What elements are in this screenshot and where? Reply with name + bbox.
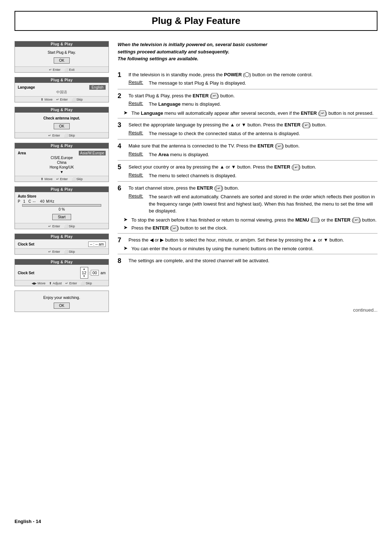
step-7-note-1-arrow: ➤ [123,245,129,252]
screen-5-title: Plug & Play [15,187,109,192]
screen-7-min: 00 [91,270,99,276]
screen-4-area-list: CIS/E.Europe China Hong Kong/UK ▼ [18,155,106,174]
step-3-row: 3 Select the appropriate language by pre… [118,121,377,129]
screen-3-footer: ↵ Enter ⬜ Skip [15,132,109,138]
screen-7-up-arrow: ▲ [83,268,86,271]
step-7-number: 7 [118,236,125,244]
step-2-text: To start Plug & Play, press the ENTER (↵… [128,92,377,100]
screen-7-clock-value-wrap: ▲ 12 ▼ : 00 am [80,267,106,279]
step-6-result: Result: The search will end automaticall… [128,193,377,215]
step-2-result: Result: The Language menu is displayed. [128,101,377,108]
continued-text-wrap: continued... [118,296,377,313]
screen-2-footer-move: ⬆ Move [41,98,53,101]
step-5-text: Select your country or area by pressing … [128,163,377,171]
enter-icon-2b: ↵ [320,110,326,116]
screen-4-footer-move: ⬆ Move [41,177,53,181]
enter-icon-3: ↵ [303,122,309,128]
step-5-result-label: Result: [128,172,149,179]
step-5-number: 5 [118,163,125,171]
screen-6-clock-value: -- : -- am [88,242,106,247]
screen-2-body: Language English 中国语 [15,83,109,96]
step-8: 8 The settings are complete, and the sto… [118,254,377,267]
screen-5-footer-skip: ⬜ Skip [64,224,75,228]
screen-4-footer: ⬆ Move ↵ Enter ⬜ Skip [15,176,109,182]
step-4: 4 Make sure that the antenna is connecte… [118,139,377,160]
screen-5-start-wrap: Start [18,212,106,222]
screen-6: Plug & Play Clock Set -- : -- am ↵ Enter… [15,234,109,255]
step-7-note-1: ➤ You can enter the hours or minutes by … [123,245,377,252]
intro-line1: When the television is initially powered… [118,42,268,61]
step-4-result-text: The Area menu is displayed. [149,151,209,158]
screen-4-area-opt2: China [18,160,106,165]
screen-2-footer-enter: ↵ Enter [56,98,68,101]
screen-6-footer-skip: ⬜ Skip [64,250,75,254]
step-2-number: 2 [118,92,125,100]
screen-7-colon: : [89,271,90,275]
step-8-number: 8 [118,257,125,265]
step-7-note-1-text: You can enter the hours or minutes by us… [131,245,314,252]
enter-icon-6c: ↵ [172,226,177,231]
page-title: Plug & Play Feature [152,15,240,26]
step-3-result-label: Result: [128,130,149,137]
screen-6-footer: ↵ Enter ⬜ Skip [15,248,109,254]
screen-7-footer-adjust: ⬆ Adjust [49,281,62,285]
step-4-result: Result: The Area menu is displayed. [128,151,377,158]
step-1-result: Result: The message to start Plug & Play… [128,80,377,87]
step-6-note-2-text: Press the ENTER (↵) button to set the cl… [131,224,228,232]
menu-icon: ⬜ [312,218,318,223]
screen-5-start-btn: Start [52,214,71,220]
step-2-row: 2 To start Plug & Play, press the ENTER … [118,92,377,100]
screen-7-ampm: am [101,271,106,275]
screen-2-title: Plug & Play [15,77,109,83]
screen-2-lang-label: Language [18,85,35,89]
right-column: When the television is initially powered… [118,41,377,313]
power-icon [245,72,249,77]
page-title-box: Plug & Play Feature [15,11,377,31]
step-4-number: 4 [118,142,125,150]
screen-2-lang-row: Language English [18,85,106,90]
screen-7-clock-label: Clock Set [18,271,34,275]
intro-text: When the television is initially powered… [118,41,377,62]
step-3: 3 Select the appropriate language by pre… [118,118,377,139]
screen-3-text: Check antenna input. [18,115,106,122]
screen-3: Plug & Play Check antenna input. OK ↵ En… [15,107,109,138]
screen-7: Plug & Play Clock Set ▲ 12 ▼ : 00 a [15,259,109,286]
screen-8: Enjoy your watching. OK [15,291,109,312]
step-5-result: Result: The menu to select channels is d… [128,172,377,179]
step-2-result-label: Result: [128,101,149,108]
screen-4-body: Area Asia/W.Europe CIS/E.Europe China Ho… [15,149,109,176]
screen-2-lang-other: 中国语 [18,90,106,95]
screen-5: Plug & Play Auto Store P 1 C -- 40 MHz 0… [15,186,109,229]
enter-icon-2: ↵ [212,93,217,99]
screen-7-down-arrow: ▼ [83,275,86,278]
step-5-row: 5 Select your country or area by pressin… [118,163,377,171]
screen-5-footer: ↵ Enter ⬜ Skip [15,223,109,229]
screen-7-footer-move: ◀▶ Move [32,281,46,285]
step-2-result-text: The Language menu is displayed. [149,101,221,108]
screen-1: Plug & Play Start Plug & Play. OK ↵ Ente… [15,41,109,73]
step-3-result: Result: The message to check the connect… [128,130,377,137]
step-3-text: Select the appropriate language by press… [128,121,377,129]
step-2: 2 To start Plug & Play, press the ENTER … [118,89,377,118]
step-2-note-arrow: ➤ [123,110,129,117]
screen-5-autolabel: Auto Store [18,194,106,198]
step-6-text: To start channel store, press the ENTER … [128,185,377,192]
screen-2-footer-skip: ⬜ Skip [72,98,83,101]
screen-1-footer: ↵ Enter ⬜ Exit [15,66,109,72]
screen-1-text: Start Plug & Play. [18,49,106,56]
screen-2: Plug & Play Language English 中国语 ⬆ Move … [15,77,109,102]
screen-6-clock-row: Clock Set -- : -- am [18,242,106,247]
screen-3-footer-skip: ⬜ Skip [64,134,75,137]
step-1-result-label: Result: [128,80,149,87]
step-5-result-text: The menu to select channels is displayed… [149,172,236,179]
step-1-text: If the television is in standby mode, pr… [128,71,377,79]
step-3-number: 3 [118,121,125,129]
screen-7-footer-enter: ↵ Enter [65,281,77,285]
screen-5-progress-bar [22,204,101,207]
main-content: Plug & Play Start Plug & Play. OK ↵ Ente… [15,41,377,313]
screen-4-area-label: Area [18,151,26,155]
step-1-row: 1 If the television is in standby mode, … [118,71,377,79]
step-6-note-1-text: To stop the search before it has finishe… [131,216,376,224]
screen-2-footer: ⬆ Move ↵ Enter ⬜ Skip [15,96,109,102]
step-1: 1 If the television is in standby mode, … [118,68,377,89]
